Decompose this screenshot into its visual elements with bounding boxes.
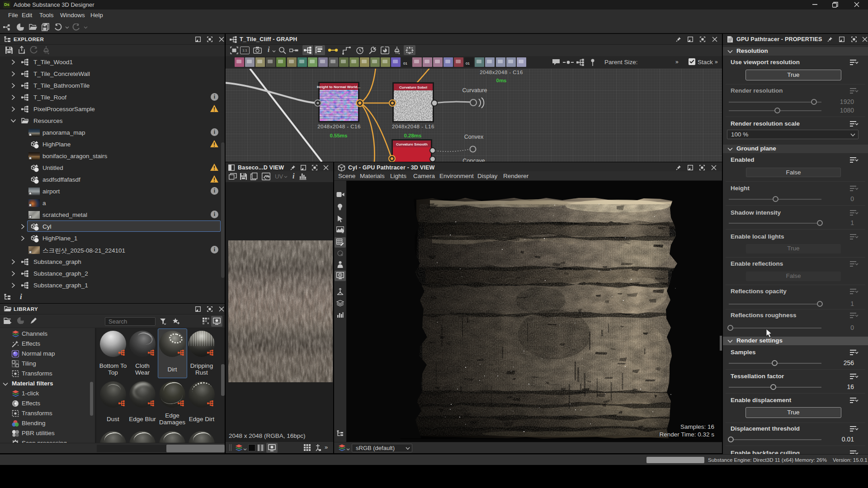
svg-text:2048x2048 - C16: 2048x2048 - C16 [317,124,361,129]
svg-text:Curvature Smooth: Curvature Smooth [396,142,428,146]
svg-text:2048x2048 - L16: 2048x2048 - L16 [392,124,434,129]
svg-text:0ms: 0ms [496,78,506,83]
svg-text:Convex: Convex [464,134,484,140]
svg-text:Concave: Concave [462,158,485,162]
svg-text:Height to Normal World...: Height to Normal World... [317,85,360,89]
svg-text:Samples: 16: Samples: 16 [680,423,714,430]
svg-text:Curvature: Curvature [462,87,487,94]
svg-text:Render Time: 0.32 s: Render Time: 0.32 s [659,431,714,438]
svg-text:Curvature Sobel: Curvature Sobel [399,85,427,89]
svg-text:0.55ms: 0.55ms [330,133,347,138]
svg-text:2048x2048 - C16: 2048x2048 - C16 [480,70,523,75]
svg-text:0.28ms: 0.28ms [404,133,421,138]
